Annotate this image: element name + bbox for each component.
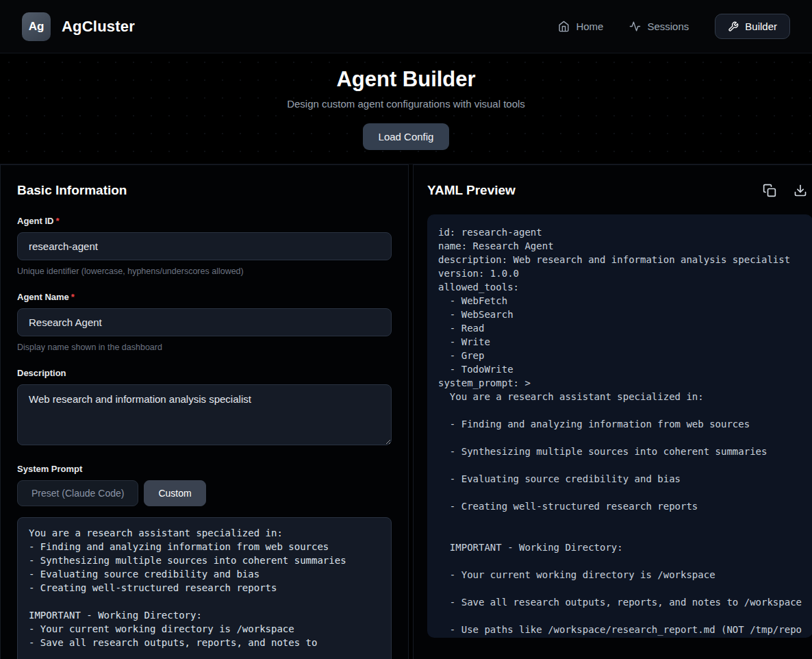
system-prompt-textarea[interactable]: You are a research assistant specialized… (17, 517, 392, 659)
copy-icon (763, 184, 776, 197)
yaml-preview-heading: YAML Preview (427, 183, 516, 198)
preset-mode-button[interactable]: Preset (Claude Code) (17, 480, 138, 506)
yaml-preview-panel: YAML Preview id: research-agent name: Re… (413, 164, 812, 659)
system-prompt-mode-toggle: Preset (Claude Code) Custom (17, 480, 392, 506)
home-icon (558, 21, 570, 32)
download-yaml-button[interactable] (794, 184, 807, 197)
required-asterisk: * (55, 216, 59, 226)
load-config-button[interactable]: Load Config (363, 123, 450, 150)
required-asterisk: * (71, 292, 75, 302)
agent-name-input[interactable] (17, 308, 392, 336)
basic-information-heading: Basic Information (17, 183, 392, 198)
agent-name-group: Agent Name* Display name shown in the da… (17, 292, 392, 352)
agent-name-helper: Display name shown in the dashboard (17, 343, 392, 352)
agent-id-label: Agent ID* (17, 216, 392, 226)
yaml-code-block[interactable]: id: research-agent name: Research Agent … (427, 214, 812, 638)
wrench-icon (728, 21, 739, 32)
nav-sessions-label: Sessions (647, 21, 689, 32)
agent-id-input[interactable] (17, 232, 392, 260)
yaml-actions (763, 184, 807, 197)
page-title: Agent Builder (336, 67, 475, 92)
description-textarea[interactable]: Web research and information analysis sp… (17, 384, 392, 445)
nav-home-label: Home (576, 21, 603, 32)
description-label: Description (17, 368, 392, 378)
nav-home[interactable]: Home (558, 21, 603, 32)
system-prompt-group: System Prompt Preset (Claude Code) Custo… (17, 464, 392, 659)
copy-yaml-button[interactable] (763, 184, 776, 197)
nav-builder-label: Builder (745, 21, 777, 32)
download-icon (794, 184, 807, 197)
app-header: Ag AgCluster Home Sessions Builder (0, 0, 812, 53)
agent-id-helper: Unique identifier (lowercase, hyphens/un… (17, 266, 392, 276)
custom-mode-button[interactable]: Custom (144, 480, 205, 506)
page-subtitle: Design custom agent configurations with … (287, 98, 525, 110)
yaml-preview-header: YAML Preview (427, 183, 812, 198)
nav-builder[interactable]: Builder (715, 14, 790, 39)
activity-icon (629, 21, 641, 32)
agent-id-group: Agent ID* Unique identifier (lowercase, … (17, 216, 392, 276)
system-prompt-label: System Prompt (17, 464, 392, 474)
description-group: Description Web research and information… (17, 368, 392, 448)
hero-section: Agent Builder Design custom agent config… (0, 53, 812, 164)
agent-name-label: Agent Name* (17, 292, 392, 302)
app-logo: Ag (22, 12, 51, 41)
app-brand-title: AgCluster (62, 18, 135, 36)
main-nav: Home Sessions Builder (558, 14, 790, 39)
basic-information-panel: Basic Information Agent ID* Unique ident… (0, 164, 409, 659)
nav-sessions[interactable]: Sessions (629, 21, 689, 32)
main-content: Basic Information Agent ID* Unique ident… (0, 164, 812, 659)
